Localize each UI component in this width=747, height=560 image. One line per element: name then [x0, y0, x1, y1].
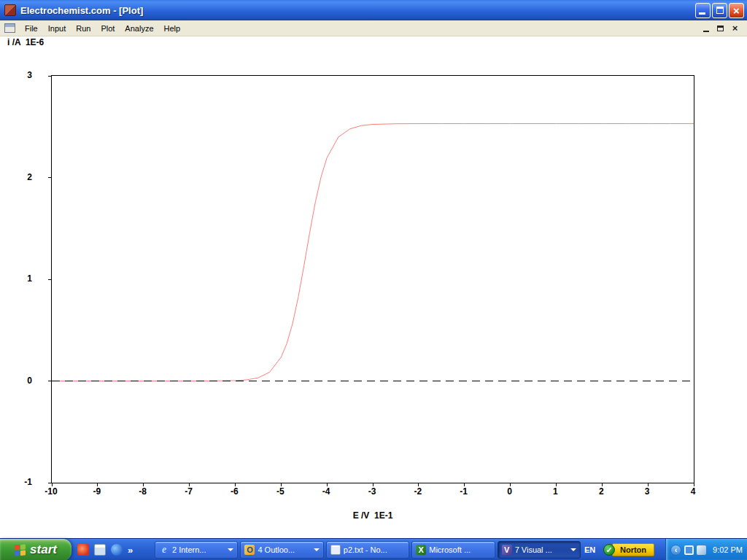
quick-launch-overflow-chevron[interactable]: » [128, 545, 133, 556]
taskbar-button-label: 2 Intern... [172, 545, 225, 554]
tray-collapse-chevron[interactable]: ‹ [670, 545, 681, 556]
taskbar-button-label: Microsoft ... [429, 545, 490, 554]
system-tray: ‹ 9:02 PM [665, 539, 747, 560]
y-axis-label: i /A 1E-6 [7, 37, 44, 47]
chevron-down-icon [228, 548, 233, 551]
taskbar-button-notepad[interactable]: p2.txt - No... [326, 541, 409, 559]
minimize-icon [699, 12, 705, 15]
menu-run[interactable]: Run [71, 22, 96, 35]
quick-launch-icon-1[interactable] [77, 544, 89, 556]
title-bar: Electrochemist.com - [Plot] × [0, 0, 747, 20]
window-title: Electrochemist.com - [Plot] [20, 5, 143, 16]
x-tick-label: -10 [36, 486, 66, 497]
y-tick-label: -1 [15, 477, 32, 487]
window-controls: × [695, 3, 744, 18]
chevron-down-icon [314, 548, 320, 551]
restore-icon [717, 26, 724, 31]
taskbar: start » e 2 Intern... O 4 Outloo... p2.t… [0, 538, 747, 560]
x-tick-label: -6 [220, 486, 249, 497]
y-tick-label: 0 [15, 376, 32, 386]
excel-icon: X [416, 545, 426, 555]
x-axis-label: E /V 1E-1 [314, 510, 431, 521]
notepad-icon [330, 545, 341, 555]
outlook-icon: O [244, 545, 255, 555]
norton-badge[interactable]: ✓ Norton [603, 542, 654, 558]
x-tick-label: -9 [82, 486, 112, 497]
tray-icon-2[interactable] [697, 545, 706, 555]
steady-state-voltammogram [52, 124, 694, 381]
child-restore-button[interactable] [714, 23, 727, 34]
maximize-button[interactable] [712, 3, 727, 18]
app-icon [4, 4, 16, 16]
child-window-controls: × [700, 23, 741, 34]
menu-file[interactable]: File [20, 22, 43, 35]
x-tick-label: 4 [678, 486, 708, 497]
plot-area: i /A 1E-6 E /V 1E-1 -10-9-8-7-6-5-4-3-2-… [0, 36, 747, 538]
norton-label: Norton [612, 543, 654, 556]
x-tick-label: -1 [449, 486, 479, 497]
norton-check-icon: ✓ [603, 544, 615, 556]
taskbar-buttons: e 2 Intern... O 4 Outloo... p2.txt - No.… [155, 541, 581, 559]
taskbar-button-label: p2.txt - No... [344, 545, 405, 554]
menu-help[interactable]: Help [159, 22, 186, 35]
x-tick-label: -8 [128, 486, 158, 497]
y-tick-label: 1 [15, 273, 32, 284]
quick-launch-bar: » [74, 539, 133, 560]
chevron-down-icon [570, 548, 576, 551]
close-icon: × [733, 5, 740, 16]
maximize-icon [716, 7, 724, 14]
plot-window-icon [4, 23, 15, 33]
x-tick-label: 1 [541, 486, 570, 497]
minimize-icon [703, 31, 709, 32]
language-indicator[interactable]: EN [584, 539, 595, 560]
internet-explorer-icon: e [159, 545, 169, 555]
plot-frame [51, 75, 694, 483]
y-tick-label: 2 [15, 172, 32, 182]
taskbar-button-outlook[interactable]: O 4 Outloo... [240, 541, 323, 559]
child-close-button[interactable]: × [729, 23, 741, 34]
x-tick-label: 2 [587, 486, 616, 497]
x-tick-label: 3 [632, 486, 662, 497]
taskbar-clock: 9:02 PM [713, 545, 743, 554]
x-tick-label: -5 [266, 486, 295, 497]
close-button[interactable]: × [729, 3, 744, 18]
menu-input[interactable]: Input [43, 22, 71, 35]
taskbar-button-label: 4 Outloo... [258, 545, 310, 554]
x-tick-label: -4 [311, 486, 341, 497]
start-label: start [30, 542, 57, 557]
windows-logo-icon [15, 544, 26, 556]
taskbar-button-label: 7 Visual ... [515, 545, 568, 554]
x-tick-label: 0 [495, 486, 525, 497]
quick-launch-icon-3[interactable] [111, 544, 123, 556]
child-minimize-button[interactable] [700, 23, 712, 34]
start-button[interactable]: start [0, 539, 71, 560]
x-tick-label: -7 [174, 486, 204, 497]
taskbar-button-excel[interactable]: X Microsoft ... [411, 541, 495, 559]
menu-plot[interactable]: Plot [96, 22, 120, 35]
close-icon: × [732, 23, 738, 33]
menu-bar: File Input Run Plot Analyze Help × [0, 20, 747, 36]
menu-analyze[interactable]: Analyze [120, 22, 158, 35]
taskbar-button-visual-studio[interactable]: V 7 Visual ... [498, 541, 581, 559]
minimize-button[interactable] [695, 3, 711, 18]
plot-canvas [52, 76, 694, 483]
y-tick-label: 3 [15, 70, 32, 80]
tray-icon-1[interactable] [684, 545, 694, 555]
x-tick-label: -2 [403, 486, 433, 497]
visual-studio-icon: V [502, 545, 512, 555]
x-tick-label: -3 [357, 486, 387, 497]
taskbar-button-internet-explorer[interactable]: e 2 Intern... [155, 541, 238, 559]
quick-launch-icon-2[interactable] [94, 544, 106, 556]
